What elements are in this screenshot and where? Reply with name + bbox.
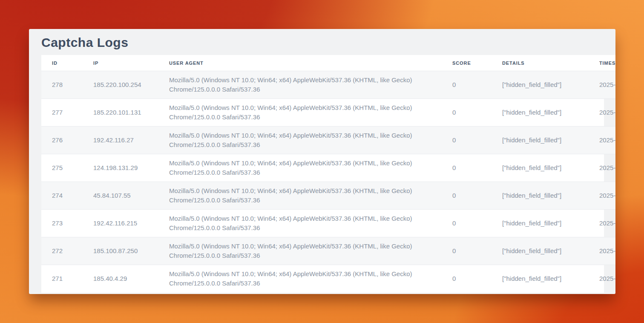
cell-id: 274 [41, 182, 83, 210]
cell-timestamp: 2025-09-20 03:00:19 [589, 99, 615, 127]
cell-id: 271 [41, 265, 83, 293]
log-row-272: 272185.100.87.250Mozilla/5.0 (Windows NT… [41, 237, 615, 265]
cell-ip: 192.42.116.27 [83, 127, 158, 154]
cell-score: 0 [442, 237, 492, 265]
cell-timestamp: 2025-09-20 02:27:45 [589, 265, 615, 293]
cell-user_agent: Mozilla/5.0 (Windows NT 10.0; Win64; x64… [158, 265, 442, 293]
cell-user_agent: Mozilla/5.0 (Windows NT 10.0; Win64; x64… [158, 127, 442, 154]
cell-details: ["hidden_field_filled"] [492, 210, 589, 237]
log-row-276: 276192.42.116.27Mozilla/5.0 (Windows NT … [41, 127, 615, 154]
cell-ip: 185.40.4.29 [83, 265, 158, 293]
cell-score: 0 [442, 154, 492, 182]
log-row-278: 278185.220.100.254Mozilla/5.0 (Windows N… [41, 71, 615, 99]
cell-details: ["hidden_field_filled"] [492, 237, 589, 265]
logs-table-container: IDIPUSER AGENTSCOREDETAILSTIMESTAMP 2781… [41, 55, 604, 293]
column-header-score: SCORE [442, 55, 492, 71]
cell-details: ["hidden_field_filled"] [492, 99, 589, 127]
cell-details: ["hidden_field_filled"] [492, 127, 589, 154]
table-header-row: IDIPUSER AGENTSCOREDETAILSTIMESTAMP [41, 55, 615, 71]
page-title: Captcha Logs [29, 29, 615, 55]
log-row-271: 271185.40.4.29Mozilla/5.0 (Windows NT 10… [41, 265, 615, 293]
table-header: IDIPUSER AGENTSCOREDETAILSTIMESTAMP [41, 55, 615, 71]
cell-user_agent: Mozilla/5.0 (Windows NT 10.0; Win64; x64… [158, 154, 442, 182]
cell-score: 0 [442, 182, 492, 210]
cell-score: 0 [442, 210, 492, 237]
captcha-logs-card: Captcha Logs IDIPUSER AGENTSCOREDETAILST… [29, 29, 615, 294]
cell-details: ["hidden_field_filled"] [492, 182, 589, 210]
cell-id: 278 [41, 71, 83, 99]
cell-details: ["hidden_field_filled"] [492, 71, 589, 99]
cell-score: 0 [442, 71, 492, 99]
cell-user_agent: Mozilla/5.0 (Windows NT 10.0; Win64; x64… [158, 71, 442, 99]
cell-score: 0 [442, 265, 492, 293]
cell-id: 276 [41, 127, 83, 154]
cell-ip: 192.42.116.215 [83, 210, 158, 237]
log-row-273: 273192.42.116.215Mozilla/5.0 (Windows NT… [41, 210, 615, 237]
cell-user_agent: Mozilla/5.0 (Windows NT 10.0; Win64; x64… [158, 182, 442, 210]
cell-ip: 45.84.107.55 [83, 182, 158, 210]
cell-score: 0 [442, 127, 492, 154]
cell-ip: 185.220.100.254 [83, 71, 158, 99]
table-body: 278185.220.100.254Mozilla/5.0 (Windows N… [41, 71, 615, 293]
cell-timestamp: 2025-09-20 02:57:53 [589, 127, 615, 154]
column-header-user_agent: USER AGENT [158, 55, 442, 71]
logs-table: IDIPUSER AGENTSCOREDETAILSTIMESTAMP 2781… [41, 55, 615, 293]
cell-timestamp: 2025-09-20 02:29:40 [589, 237, 615, 265]
cell-timestamp: 2025-09-20 02:30:40 [589, 210, 615, 237]
column-header-details: DETAILS [492, 55, 589, 71]
cell-details: ["hidden_field_filled"] [492, 265, 589, 293]
cell-score: 0 [442, 99, 492, 127]
cell-timestamp: 2025-09-20 02:37:41 [589, 154, 615, 182]
cell-id: 273 [41, 210, 83, 237]
cell-details: ["hidden_field_filled"] [492, 154, 589, 182]
cell-user_agent: Mozilla/5.0 (Windows NT 10.0; Win64; x64… [158, 99, 442, 127]
cell-timestamp: 2025-09-20 02:33:41 [589, 182, 615, 210]
cell-ip: 124.198.131.29 [83, 154, 158, 182]
cell-ip: 185.100.87.250 [83, 237, 158, 265]
cell-user_agent: Mozilla/5.0 (Windows NT 10.0; Win64; x64… [158, 237, 442, 265]
column-header-timestamp: TIMESTAMP [589, 55, 615, 71]
column-header-ip: IP [83, 55, 158, 71]
cell-id: 277 [41, 99, 83, 127]
cell-ip: 185.220.101.131 [83, 99, 158, 127]
log-row-274: 27445.84.107.55Mozilla/5.0 (Windows NT 1… [41, 182, 615, 210]
cell-id: 272 [41, 237, 83, 265]
cell-timestamp: 2025-09-20 03:03:06 [589, 71, 615, 99]
cell-id: 275 [41, 154, 83, 182]
column-header-id: ID [41, 55, 83, 71]
log-row-277: 277185.220.101.131Mozilla/5.0 (Windows N… [41, 99, 615, 127]
cell-user_agent: Mozilla/5.0 (Windows NT 10.0; Win64; x64… [158, 210, 442, 237]
log-row-275: 275124.198.131.29Mozilla/5.0 (Windows NT… [41, 154, 615, 182]
